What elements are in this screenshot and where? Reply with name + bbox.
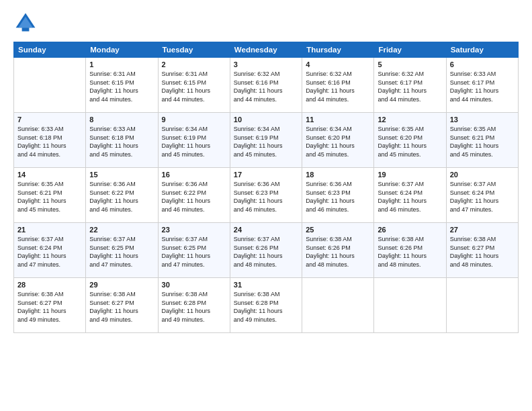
- calendar-cell: 14Sunrise: 6:35 AM Sunset: 6:21 PM Dayli…: [14, 168, 86, 223]
- day-number: 22: [89, 226, 154, 234]
- day-number: 26: [378, 226, 442, 234]
- calendar-cell: 22Sunrise: 6:37 AM Sunset: 6:25 PM Dayli…: [86, 223, 158, 278]
- day-info: Sunrise: 6:38 AM Sunset: 6:27 PM Dayligh…: [17, 290, 82, 324]
- day-number: 29: [89, 281, 154, 289]
- page: SundayMondayTuesdayWednesdayThursdayFrid…: [0, 0, 532, 411]
- calendar-cell: [14, 58, 86, 113]
- day-number: 27: [450, 226, 515, 234]
- week-row-1: 1Sunrise: 6:31 AM Sunset: 6:15 PM Daylig…: [14, 58, 519, 113]
- day-info: Sunrise: 6:38 AM Sunset: 6:28 PM Dayligh…: [162, 290, 226, 324]
- day-number: 12: [378, 116, 442, 124]
- day-number: 24: [234, 226, 298, 234]
- calendar-cell: 1Sunrise: 6:31 AM Sunset: 6:15 PM Daylig…: [86, 58, 158, 113]
- day-number: 20: [450, 171, 515, 179]
- day-number: 14: [17, 171, 82, 179]
- calendar-cell: 10Sunrise: 6:34 AM Sunset: 6:19 PM Dayli…: [230, 113, 302, 168]
- day-number: 7: [17, 116, 82, 124]
- calendar-cell: [302, 278, 374, 333]
- day-number: 21: [17, 226, 82, 234]
- day-info: Sunrise: 6:34 AM Sunset: 6:20 PM Dayligh…: [306, 125, 370, 158]
- day-info: Sunrise: 6:35 AM Sunset: 6:21 PM Dayligh…: [450, 125, 515, 158]
- calendar-cell: 7Sunrise: 6:33 AM Sunset: 6:18 PM Daylig…: [14, 113, 86, 168]
- calendar-body: 1Sunrise: 6:31 AM Sunset: 6:15 PM Daylig…: [14, 58, 519, 333]
- day-number: 3: [234, 60, 298, 68]
- day-number: 16: [162, 171, 226, 179]
- weekday-header-sunday: Sunday: [14, 42, 86, 58]
- day-number: 25: [306, 226, 370, 234]
- day-number: 2: [162, 60, 226, 68]
- day-number: 8: [89, 116, 154, 124]
- day-number: 17: [234, 171, 298, 179]
- logo-icon: [13, 11, 38, 35]
- day-info: Sunrise: 6:38 AM Sunset: 6:27 PM Dayligh…: [450, 235, 515, 269]
- day-number: 5: [378, 60, 442, 68]
- day-info: Sunrise: 6:37 AM Sunset: 6:26 PM Dayligh…: [234, 235, 298, 269]
- day-info: Sunrise: 6:33 AM Sunset: 6:18 PM Dayligh…: [89, 125, 154, 158]
- day-info: Sunrise: 6:32 AM Sunset: 6:17 PM Dayligh…: [378, 70, 442, 103]
- calendar-cell: 28Sunrise: 6:38 AM Sunset: 6:27 PM Dayli…: [14, 278, 86, 333]
- calendar-table: SundayMondayTuesdayWednesdayThursdayFrid…: [13, 42, 519, 333]
- week-row-3: 14Sunrise: 6:35 AM Sunset: 6:21 PM Dayli…: [14, 168, 519, 223]
- day-info: Sunrise: 6:33 AM Sunset: 6:17 PM Dayligh…: [450, 70, 515, 103]
- day-info: Sunrise: 6:37 AM Sunset: 6:24 PM Dayligh…: [450, 180, 515, 214]
- logo: [13, 11, 42, 35]
- day-info: Sunrise: 6:36 AM Sunset: 6:22 PM Dayligh…: [162, 180, 226, 214]
- calendar-cell: 17Sunrise: 6:36 AM Sunset: 6:23 PM Dayli…: [230, 168, 302, 223]
- day-number: 11: [306, 116, 370, 124]
- weekday-header-saturday: Saturday: [446, 42, 518, 58]
- calendar-cell: 31Sunrise: 6:38 AM Sunset: 6:28 PM Dayli…: [230, 278, 302, 333]
- calendar-cell: 29Sunrise: 6:38 AM Sunset: 6:27 PM Dayli…: [86, 278, 158, 333]
- calendar-cell: 3Sunrise: 6:32 AM Sunset: 6:16 PM Daylig…: [230, 58, 302, 113]
- weekday-header-thursday: Thursday: [302, 42, 374, 58]
- day-info: Sunrise: 6:31 AM Sunset: 6:15 PM Dayligh…: [89, 70, 154, 103]
- calendar-cell: 23Sunrise: 6:37 AM Sunset: 6:25 PM Dayli…: [158, 223, 230, 278]
- calendar-cell: 15Sunrise: 6:36 AM Sunset: 6:22 PM Dayli…: [86, 168, 158, 223]
- day-info: Sunrise: 6:38 AM Sunset: 6:26 PM Dayligh…: [306, 235, 370, 269]
- day-number: 19: [378, 171, 442, 179]
- day-info: Sunrise: 6:38 AM Sunset: 6:28 PM Dayligh…: [234, 290, 298, 324]
- weekday-header-monday: Monday: [86, 42, 158, 58]
- day-info: Sunrise: 6:38 AM Sunset: 6:27 PM Dayligh…: [89, 290, 154, 324]
- week-row-5: 28Sunrise: 6:38 AM Sunset: 6:27 PM Dayli…: [14, 278, 519, 333]
- day-info: Sunrise: 6:32 AM Sunset: 6:16 PM Dayligh…: [234, 70, 298, 103]
- weekday-header-tuesday: Tuesday: [158, 42, 230, 58]
- calendar-cell: 4Sunrise: 6:32 AM Sunset: 6:16 PM Daylig…: [302, 58, 374, 113]
- calendar-cell: 16Sunrise: 6:36 AM Sunset: 6:22 PM Dayli…: [158, 168, 230, 223]
- calendar-cell: 2Sunrise: 6:31 AM Sunset: 6:15 PM Daylig…: [158, 58, 230, 113]
- calendar-cell: 24Sunrise: 6:37 AM Sunset: 6:26 PM Dayli…: [230, 223, 302, 278]
- calendar-cell: 20Sunrise: 6:37 AM Sunset: 6:24 PM Dayli…: [446, 168, 518, 223]
- calendar-cell: [446, 278, 518, 333]
- day-info: Sunrise: 6:34 AM Sunset: 6:19 PM Dayligh…: [234, 125, 298, 158]
- day-number: 6: [450, 60, 515, 68]
- day-info: Sunrise: 6:37 AM Sunset: 6:25 PM Dayligh…: [89, 235, 154, 269]
- calendar-cell: 5Sunrise: 6:32 AM Sunset: 6:17 PM Daylig…: [374, 58, 446, 113]
- day-number: 28: [17, 281, 82, 289]
- day-info: Sunrise: 6:35 AM Sunset: 6:20 PM Dayligh…: [378, 125, 442, 158]
- day-number: 15: [89, 171, 154, 179]
- day-number: 4: [306, 60, 370, 68]
- day-info: Sunrise: 6:35 AM Sunset: 6:21 PM Dayligh…: [17, 180, 82, 214]
- svg-rect-2: [22, 28, 30, 31]
- calendar-cell: 12Sunrise: 6:35 AM Sunset: 6:20 PM Dayli…: [374, 113, 446, 168]
- header: [13, 11, 519, 35]
- day-number: 13: [450, 116, 515, 124]
- day-info: Sunrise: 6:31 AM Sunset: 6:15 PM Dayligh…: [162, 70, 226, 103]
- calendar-cell: 30Sunrise: 6:38 AM Sunset: 6:28 PM Dayli…: [158, 278, 230, 333]
- calendar-cell: 13Sunrise: 6:35 AM Sunset: 6:21 PM Dayli…: [446, 113, 518, 168]
- day-info: Sunrise: 6:37 AM Sunset: 6:24 PM Dayligh…: [378, 180, 442, 214]
- day-number: 23: [162, 226, 226, 234]
- day-info: Sunrise: 6:38 AM Sunset: 6:26 PM Dayligh…: [378, 235, 442, 269]
- calendar-cell: 27Sunrise: 6:38 AM Sunset: 6:27 PM Dayli…: [446, 223, 518, 278]
- day-number: 10: [234, 116, 298, 124]
- day-number: 1: [89, 60, 154, 68]
- calendar-cell: 9Sunrise: 6:34 AM Sunset: 6:19 PM Daylig…: [158, 113, 230, 168]
- day-info: Sunrise: 6:37 AM Sunset: 6:24 PM Dayligh…: [17, 235, 82, 269]
- day-info: Sunrise: 6:33 AM Sunset: 6:18 PM Dayligh…: [17, 125, 82, 158]
- weekday-header-friday: Friday: [374, 42, 446, 58]
- calendar-cell: 11Sunrise: 6:34 AM Sunset: 6:20 PM Dayli…: [302, 113, 374, 168]
- calendar-cell: 6Sunrise: 6:33 AM Sunset: 6:17 PM Daylig…: [446, 58, 518, 113]
- weekday-header-row: SundayMondayTuesdayWednesdayThursdayFrid…: [14, 42, 519, 58]
- day-info: Sunrise: 6:36 AM Sunset: 6:23 PM Dayligh…: [234, 180, 298, 214]
- calendar-cell: 25Sunrise: 6:38 AM Sunset: 6:26 PM Dayli…: [302, 223, 374, 278]
- day-number: 18: [306, 171, 370, 179]
